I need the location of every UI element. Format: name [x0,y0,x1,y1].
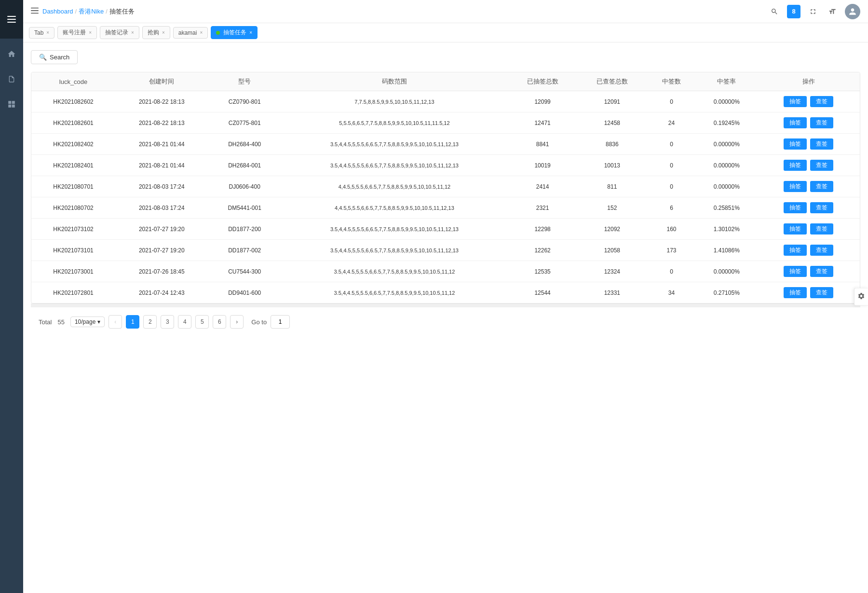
page-area: 🔍 Search luck_code 创建时间 型号 码数范围 已抽签总数 已查… [23,42,868,593]
page-btn-2[interactable]: 2 [143,315,157,329]
svg-rect-4 [31,10,39,11]
col-matched: 中签数 [647,72,696,91]
tab-account-register-close[interactable]: × [89,30,92,35]
cell-total-checked: 12091 [577,91,647,112]
draw-button[interactable]: 抽签 [784,245,807,256]
tab-draw-task-close[interactable]: × [249,30,252,35]
check-button[interactable]: 查签 [810,245,833,256]
tab-draw-records[interactable]: 抽签记录 × [100,26,139,39]
cell-model: DD9401-600 [208,282,281,303]
cell-matched: 0 [647,261,696,282]
cell-size-range: 5,5.5,6,6.5,7,7.5,8,8.5,9,9.5,10,10.5,11… [281,112,508,134]
cell-match-rate: 1.41086% [696,240,757,261]
draw-button[interactable]: 抽签 [784,160,807,171]
cell-luck-code: HK2021073102 [31,219,115,240]
notification-button[interactable]: 8 [787,5,800,18]
pagination-bar: Total 55 10/page ▾ ‹ 1 2 3 4 5 6 › Go to [31,307,860,336]
page-btn-3[interactable]: 3 [161,315,174,329]
check-button[interactable]: 查签 [810,287,833,298]
cell-total-drawn: 12099 [508,91,577,112]
sidebar-home-icon[interactable] [2,44,21,64]
draw-button[interactable]: 抽签 [784,181,807,192]
search-button-label: Search [50,54,69,61]
tab-tab[interactable]: Tab × [29,27,54,39]
goto-input[interactable] [271,315,290,329]
cell-actions: 抽签 查签 [757,219,860,240]
user-avatar[interactable] [845,4,860,19]
text-size-icon[interactable] [826,5,839,18]
table-body: HK2021082602 2021-08-22 18:13 CZ0790-801… [31,91,860,303]
check-button[interactable]: 查签 [810,96,833,107]
prev-page-button[interactable]: ‹ [108,315,122,329]
cell-matched: 0 [647,91,696,112]
horizontal-scrollbar[interactable] [31,303,860,307]
cell-model: DD1877-200 [208,219,281,240]
breadcrumb-dashboard[interactable]: Dashboard [42,8,73,15]
draw-button[interactable]: 抽签 [784,138,807,150]
tab-akamai[interactable]: akamai × [173,27,208,39]
svg-rect-2 [7,22,16,23]
cell-model: DJ0606-400 [208,176,281,197]
check-button[interactable]: 查签 [810,223,833,234]
page-btn-4[interactable]: 4 [178,315,191,329]
table-row: HK2021082402 2021-08-21 01:44 DH2684-400… [31,134,860,155]
cell-matched: 34 [647,282,696,303]
tab-rush-buy-close[interactable]: × [162,30,165,35]
breadcrumb-nike[interactable]: 香港Nike [79,7,104,16]
cell-total-checked: 811 [577,176,647,197]
tab-tab-close[interactable]: × [46,30,49,35]
sidebar-menu-icon[interactable] [2,10,21,29]
svg-rect-0 [7,16,16,17]
table-row: HK2021080702 2021-08-03 17:24 DM5441-001… [31,197,860,219]
cell-created-at: 2021-08-03 17:24 [115,176,208,197]
cell-match-rate: 0.00000% [696,261,757,282]
cell-actions: 抽签 查签 [757,282,860,303]
search-button[interactable]: 🔍 Search [31,50,78,64]
check-button[interactable]: 查签 [810,117,833,128]
tab-draw-records-label: 抽签记录 [105,28,128,37]
check-button[interactable]: 查签 [810,138,833,150]
task-table: luck_code 创建时间 型号 码数范围 已抽签总数 已查签总数 中签数 中… [31,72,860,303]
check-button[interactable]: 查签 [810,181,833,192]
fullscreen-icon[interactable] [806,5,820,18]
page-btn-6[interactable]: 6 [213,315,226,329]
tab-account-register[interactable]: 账号注册 × [57,26,97,39]
tab-draw-records-close[interactable]: × [131,30,134,35]
check-button[interactable]: 查签 [810,266,833,277]
svg-rect-1 [7,19,16,20]
page-btn-5[interactable]: 5 [195,315,209,329]
search-icon: 🔍 [39,54,47,61]
page-size-selector[interactable]: 10/page ▾ [70,317,105,327]
cell-matched: 0 [647,134,696,155]
draw-button[interactable]: 抽签 [784,287,807,298]
page-btn-1[interactable]: 1 [126,315,139,329]
check-button[interactable]: 查签 [810,202,833,213]
next-page-button[interactable]: › [230,315,244,329]
draw-button[interactable]: 抽签 [784,202,807,213]
settings-float-button[interactable] [854,288,868,305]
table-row: HK2021082602 2021-08-22 18:13 CZ0790-801… [31,91,860,112]
check-button[interactable]: 查签 [810,160,833,171]
tab-draw-task[interactable]: 抽签任务 × [211,26,258,39]
cell-actions: 抽签 查签 [757,112,860,134]
cell-luck-code: HK2021082601 [31,112,115,134]
sidebar-grid-icon[interactable] [2,95,21,114]
hamburger-icon[interactable] [31,7,39,15]
tab-rush-buy[interactable]: 抢购 × [142,26,170,39]
cell-match-rate: 0.19245% [696,112,757,134]
draw-button[interactable]: 抽签 [784,96,807,107]
cell-size-range: 4,4.5,5,5.5,6,6.5,7,7.5,8,8.5,9,9.5,10,1… [281,176,508,197]
cell-luck-code: HK2021072801 [31,282,115,303]
tab-akamai-close[interactable]: × [200,30,203,35]
draw-button[interactable]: 抽签 [784,266,807,277]
cell-total-checked: 12058 [577,240,647,261]
draw-button[interactable]: 抽签 [784,117,807,128]
goto-label: Go to [251,318,267,326]
search-header-icon[interactable] [768,5,781,18]
draw-button[interactable]: 抽签 [784,223,807,234]
cell-total-drawn: 12298 [508,219,577,240]
sidebar-file-icon[interactable] [2,69,21,89]
cell-matched: 160 [647,219,696,240]
cell-created-at: 2021-08-21 01:44 [115,134,208,155]
cell-total-checked: 12324 [577,261,647,282]
